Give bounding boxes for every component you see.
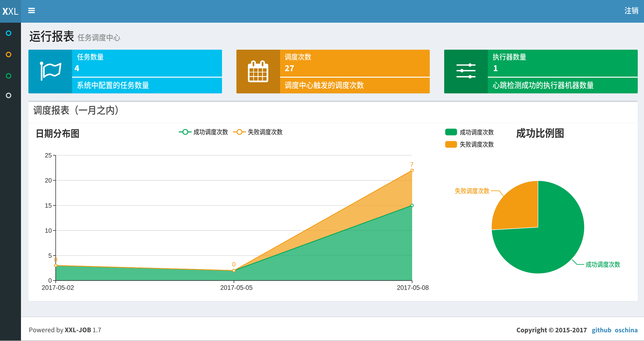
- svg-text:5: 5: [48, 252, 52, 259]
- svg-text:7: 7: [410, 161, 414, 168]
- svg-text:2017-05-08: 2017-05-08: [397, 284, 429, 291]
- svg-text:20: 20: [45, 177, 52, 184]
- svg-text:25: 25: [45, 152, 52, 159]
- svg-text:0: 0: [54, 256, 57, 263]
- svg-text:2017-05-02: 2017-05-02: [42, 284, 74, 291]
- svg-text:2017-05-05: 2017-05-05: [220, 284, 252, 291]
- svg-text:0: 0: [48, 277, 52, 284]
- svg-text:15: 15: [45, 202, 52, 209]
- svg-text:10: 10: [45, 227, 52, 234]
- svg-text:0: 0: [232, 261, 236, 268]
